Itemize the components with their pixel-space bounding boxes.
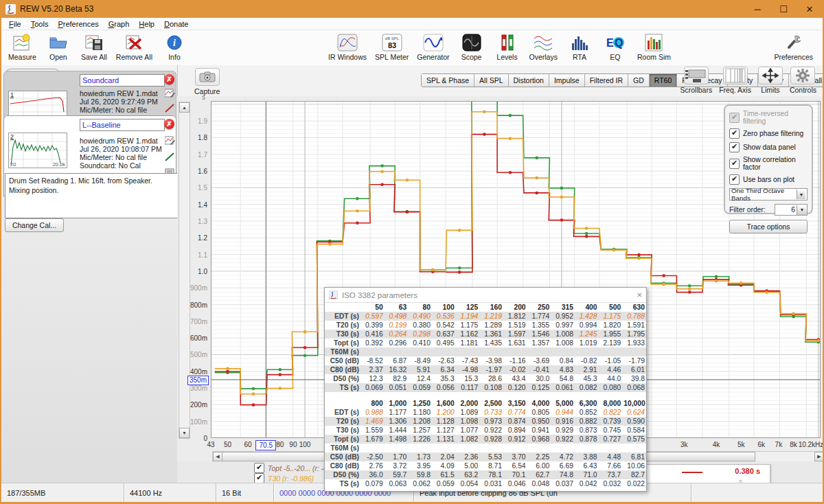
legend-item[interactable]: T30 (r: -0.986) [254, 473, 314, 483]
capture-button[interactable]: Capture [194, 68, 220, 95]
measurement-name-input[interactable]: L--Baseline [80, 119, 165, 131]
iso-value [360, 347, 385, 356]
tab-rt60[interactable]: RT60 [650, 74, 678, 87]
iso-value: 1.175 [599, 312, 623, 321]
measurement-name-input[interactable]: Soundcard [80, 74, 165, 87]
delete-measurement-icon[interactable]: ✗ [164, 74, 174, 84]
iso-value [599, 444, 623, 453]
menu-graph[interactable]: Graph [104, 19, 134, 29]
rta-button[interactable]: RTA [562, 32, 597, 62]
menu-preferences[interactable]: Preferences [54, 19, 102, 29]
open-button[interactable]: Open [41, 32, 76, 62]
scrollbars-button[interactable]: Scrollbars [680, 67, 713, 94]
close-button[interactable]: ✕ [797, 0, 823, 18]
freq-axis-button[interactable]: Freq. Axis [719, 67, 751, 94]
vertical-scrollbar[interactable]: ▲ ▼ [179, 102, 190, 439]
tab-filtered-ir[interactable]: Filtered IR [585, 74, 628, 87]
trace-color-icon[interactable] [165, 152, 175, 162]
change-cal-button[interactable]: Change Cal... [5, 218, 64, 232]
levels-icon [497, 33, 518, 52]
save-all-button[interactable]: Save All [76, 32, 112, 62]
menu-file[interactable]: File [5, 19, 25, 29]
iso-value: 1.631 [503, 339, 527, 347]
generator-button[interactable]: Generator [413, 32, 453, 62]
iso-value: 6.81 [622, 453, 646, 461]
checkbox-time-reversed-filtering: Time-reversed filtering [729, 110, 808, 125]
spl-meter-button[interactable]: dB SPL83SPL Meter [371, 32, 413, 62]
checkbox-show-data-panel[interactable]: Show data panel [729, 142, 808, 152]
chevron-down-icon[interactable]: ▼ [797, 205, 807, 215]
row-label: T20 (s) [325, 321, 360, 330]
info-button[interactable]: iInfo [157, 32, 192, 62]
menu-donate[interactable]: Donate [160, 19, 192, 29]
checkbox-use-bars-on-plot[interactable]: Use bars on plot [729, 174, 808, 185]
measurement-thumbnail[interactable]: 2 20 20.0k [8, 133, 67, 168]
checkbox-show-correlation-factor[interactable]: Show correlation factor [729, 156, 808, 171]
iso-value [599, 347, 623, 356]
overlays-button[interactable]: Overlays [525, 32, 562, 62]
edit-ir-icon[interactable] [165, 88, 175, 98]
iso-value: 0.416 [360, 330, 385, 339]
iso-value: 1.444 [385, 426, 409, 435]
tab-gd[interactable]: GD [628, 74, 650, 87]
levels-button[interactable]: Levels [490, 32, 525, 62]
iso-value: 1.591 [622, 321, 646, 330]
ir-windows-button[interactable]: IR Windows [324, 32, 371, 62]
measure-button[interactable]: Measure [4, 32, 41, 62]
iso-window-titlebar[interactable]: ISO 3382 parameters × [325, 288, 646, 303]
limits-button[interactable]: Limits [758, 67, 783, 94]
measure-icon [12, 33, 32, 52]
iso-value: 0.922 [479, 426, 503, 435]
tab-distortion[interactable]: Distortion [509, 74, 549, 87]
checkbox-icon[interactable] [729, 142, 740, 152]
tab-all-spl[interactable]: All SPL [474, 74, 508, 87]
room-sim-button[interactable]: Room Sim [633, 32, 675, 62]
checkbox-zero-phase-filtering[interactable]: Zero phase filtering [729, 128, 808, 139]
iso-value: 0.733 [479, 408, 503, 417]
filter-order-select[interactable]: 6▼ [775, 204, 808, 216]
x-tick-label: 60 [244, 441, 252, 448]
scroll-down-icon[interactable]: ▼ [179, 428, 190, 438]
remove-all-button[interactable]: Remove All [112, 32, 157, 62]
trace-options-button[interactable]: Trace options [729, 220, 808, 233]
checkbox-icon[interactable] [729, 174, 740, 185]
title-bar[interactable]: REW V5.20 Beta 53 ─ ☐ ✕ [1, 0, 823, 18]
iso-value: 30.0 [527, 374, 551, 383]
checkbox-icon[interactable] [729, 159, 740, 169]
checkbox-icon[interactable] [254, 463, 264, 473]
iso-3382-window[interactable]: ISO 3382 parameters × 506380100125160200… [324, 287, 647, 492]
bands-select[interactable]: One Third Octave Bands▼ [729, 188, 808, 201]
edit-ir-icon[interactable] [165, 135, 175, 146]
measurement-notes-input[interactable]: Drum Set Reading 1. Mic 16ft. from Speak… [5, 173, 179, 218]
preferences-button[interactable]: Preferences [770, 32, 817, 62]
chevron-down-icon[interactable]: ▼ [797, 190, 805, 199]
eq-button[interactable]: EQEQ [597, 32, 633, 62]
iso-value: 0.874 [503, 417, 527, 426]
maximize-button[interactable]: ☐ [770, 0, 797, 18]
trace-color-icon[interactable] [165, 103, 175, 113]
checkbox-icon[interactable] [729, 128, 740, 139]
tab-spl-phase[interactable]: SPL & Phase [422, 74, 474, 87]
scroll-left-icon[interactable]: ◀ [213, 452, 222, 461]
iso-value [551, 347, 575, 356]
measurement-card-1[interactable]: Soundcard ✗ 1 20 20.0k howiedrum REW 1.m… [3, 71, 176, 122]
iso-value: 2.36 [456, 453, 480, 461]
delete-measurement-icon[interactable]: ✗ [164, 119, 174, 129]
camera-icon [195, 68, 220, 86]
iso-value: 36.0 [360, 470, 385, 479]
toolbar-button-label: Generator [417, 53, 449, 61]
tab-impulse[interactable]: Impulse [549, 74, 585, 87]
scroll-up-icon[interactable]: ▲ [179, 102, 190, 113]
close-icon[interactable]: × [637, 290, 642, 300]
x-tick-label: 10.2kHz [799, 441, 824, 448]
scope-button[interactable]: Scope [454, 32, 490, 62]
iso-value: 0.108 [479, 383, 503, 392]
bands-select-value: One Third Octave Bands [731, 187, 797, 202]
button-label: Limits [761, 86, 779, 94]
menu-tools[interactable]: Tools [27, 19, 53, 29]
minimize-button[interactable]: ─ [744, 0, 770, 18]
checkbox-icon[interactable] [254, 473, 264, 483]
scroll-right-icon[interactable]: ▶ [814, 452, 824, 461]
controls-button[interactable]: Controls [790, 67, 816, 94]
menu-help[interactable]: Help [135, 19, 159, 29]
